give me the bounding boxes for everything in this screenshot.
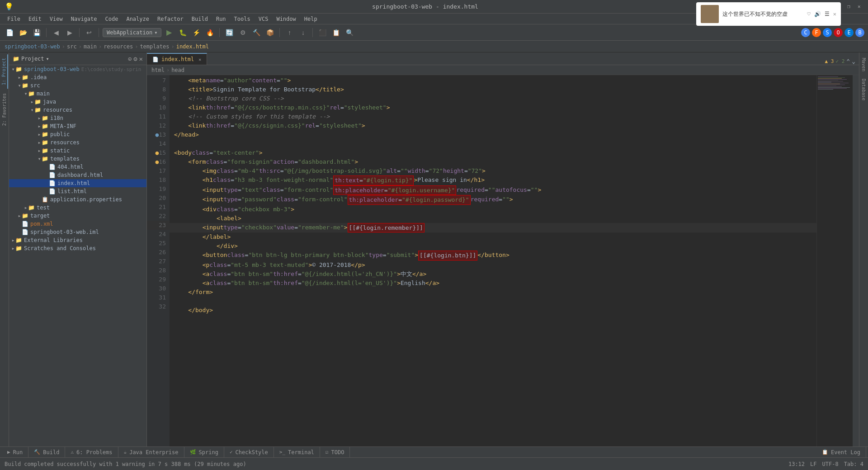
tree-pom[interactable]: 📄 pom.xml [9,220,146,228]
settings-btn[interactable]: ⚙ [133,55,137,62]
close-button[interactable]: ✕ [858,4,863,9]
menu-run[interactable]: Run [212,15,230,23]
checkstyle-tab[interactable]: ✓ CheckStyle [224,447,274,458]
tree-scratches[interactable]: 📁 Scratches and Consoles [9,244,146,252]
tree-resources2[interactable]: 📁 resources [9,138,146,147]
menu-navigate[interactable]: Navigate [67,15,101,23]
close-panel-btn[interactable]: ✕ [139,55,143,62]
toolbar-back-btn[interactable]: ◀ [50,27,62,38]
maven-tab[interactable]: Maven [860,54,867,75]
toolbar-refresh-btn[interactable]: 🔄 [223,27,235,38]
menu-view[interactable]: View [46,15,66,23]
run-tab[interactable]: ▶ Run [2,447,28,458]
toolbar-forward-btn[interactable]: ▶ [64,27,75,38]
bc-src[interactable]: src [67,43,77,50]
eb-head[interactable]: head [171,67,184,73]
todo-tab[interactable]: ☑ TODO [320,447,350,458]
opera-icon[interactable]: O [834,28,843,37]
dropdown-icon[interactable]: ▾ [46,56,49,62]
music-volume-icon[interactable]: 🔊 [814,11,821,17]
music-menu-icon[interactable]: ☰ [825,11,830,17]
music-like-icon[interactable]: ♡ [807,11,811,17]
menu-refactor[interactable]: Refactor [154,15,187,23]
locate-btn[interactable]: ⊙ [128,55,132,62]
toolbar-search-btn[interactable]: 🔍 [344,27,355,38]
toolbar-terminal-btn[interactable]: ⬛ [316,27,328,38]
expand-icon[interactable]: ⌃ [846,58,850,65]
menu-window[interactable]: Window [273,15,299,23]
firefox-icon[interactable]: F [812,28,821,37]
menu-analyze[interactable]: Analyze [123,15,153,23]
edge-icon[interactable]: E [844,28,854,37]
debug-button[interactable]: 🐛 [177,27,189,38]
tree-static[interactable]: 📁 static [9,147,146,155]
event-log-tab[interactable]: 📋 Event Log [816,447,866,458]
tree-java[interactable]: 📁 java [9,98,146,106]
bc-resources[interactable]: resources [104,43,133,50]
toolbar-settings-btn[interactable]: ⚙ [237,27,249,38]
music-close-icon[interactable]: ✕ [833,11,836,17]
toolbar-build2-btn[interactable]: 🔨 [250,27,262,38]
tree-public[interactable]: 📁 public [9,130,146,138]
tab-index[interactable]: 📄 index.html ✕ [147,53,207,65]
tree-i18n[interactable]: 📁 i18n [9,114,146,122]
safari-icon[interactable]: S [823,28,832,37]
bc-templates[interactable]: templates [140,43,169,50]
spring-tab[interactable]: 🌿 Spring [184,447,224,458]
coverage-button[interactable]: ⚡ [190,27,202,38]
problems-tab[interactable]: ⚠ 6: Problems [65,447,118,458]
line-separator[interactable]: LF [810,461,816,467]
tree-resources[interactable]: 📁 resources [9,106,146,114]
profile-button[interactable]: 🔥 [204,27,216,38]
menu-vcs[interactable]: VCS [255,15,272,23]
terminal-tab[interactable]: >_ Terminal [274,447,320,458]
toolbar-undo-btn[interactable]: ↩ [83,27,95,38]
toolbar-deploy-btn[interactable]: 📦 [264,27,276,38]
tree-extlibs[interactable]: 📁 External Libraries [9,236,146,244]
menu-help[interactable]: Help [301,15,321,23]
bc-root[interactable]: springboot-03-web [5,43,60,50]
toolbar-vcs-btn[interactable]: ↑ [283,27,295,38]
cursor-position[interactable]: 13:12 [788,461,805,467]
run-button[interactable]: ▶ [163,27,175,38]
maximize-button[interactable]: ❐ [847,4,853,9]
chrome-icon[interactable]: C [801,28,810,37]
toolbar-gradle-btn[interactable]: 📋 [330,27,342,38]
build-tab[interactable]: 🔨 Build [28,447,65,458]
tree-idea[interactable]: 📁 .idea [9,73,146,81]
menu-tools[interactable]: Tools [231,15,254,23]
toolbar-vcs2-btn[interactable]: ↓ [297,27,309,38]
eb-html[interactable]: html [151,67,165,73]
run-config-selector[interactable]: WebApplication ▾ [103,28,161,37]
menu-build[interactable]: Build [188,15,212,23]
tree-list[interactable]: 📄 list.html [9,187,146,195]
brave-icon[interactable]: B [855,28,864,37]
toolbar-new-btn[interactable]: 📄 [4,27,15,38]
tree-templates[interactable]: 📁 templates [9,155,146,163]
indent[interactable]: Tab: 4 [844,461,863,467]
code-content[interactable]: <meta name="author" content="" > <title>… [170,75,816,446]
menu-file[interactable]: File [4,15,24,23]
menu-code[interactable]: Code [102,15,122,23]
project-tab[interactable]: 1: Project [0,54,8,89]
editor-scrollbar[interactable] [853,75,859,446]
toolbar-save-btn[interactable]: 💾 [31,27,42,38]
tree-metainf[interactable]: 📁 META-INF [9,122,146,130]
java-enterprise-tab[interactable]: ☕ Java Enterprise [118,447,184,458]
tree-test[interactable]: 📁 test [9,204,146,212]
tree-appprops[interactable]: 📋 application.properties [9,195,146,204]
tree-404[interactable]: 📄 404.html [9,163,146,171]
tree-main[interactable]: 📁 main [9,90,146,98]
tree-target[interactable]: 📁 target [9,212,146,220]
tree-dashboard[interactable]: 📄 dashboard.html [9,171,146,179]
bc-main[interactable]: main [84,43,97,50]
encoding[interactable]: UTF-8 [822,461,839,467]
favorites-tab[interactable]: 2: Favorites [1,90,8,129]
tree-index[interactable]: 📄 index.html [9,179,146,187]
toolbar-open-btn[interactable]: 📂 [17,27,29,38]
bc-file[interactable]: index.html [176,43,209,50]
collapse-icon[interactable]: ⌄ [852,58,855,65]
tab-close-index[interactable]: ✕ [198,57,201,62]
tree-src[interactable]: 📁 src [9,81,146,90]
menu-edit[interactable]: Edit [25,15,45,23]
